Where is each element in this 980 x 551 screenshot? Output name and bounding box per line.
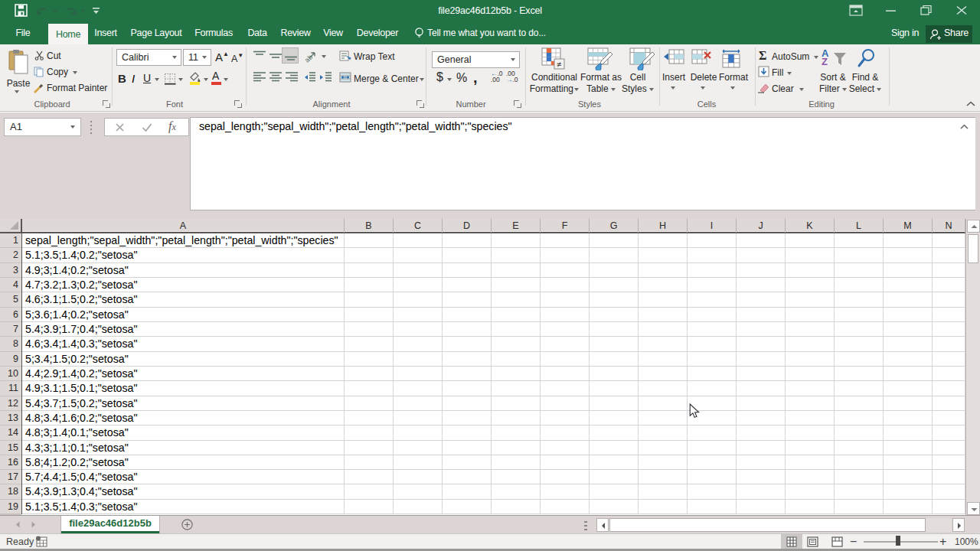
svg-text:≠: ≠	[557, 60, 561, 69]
